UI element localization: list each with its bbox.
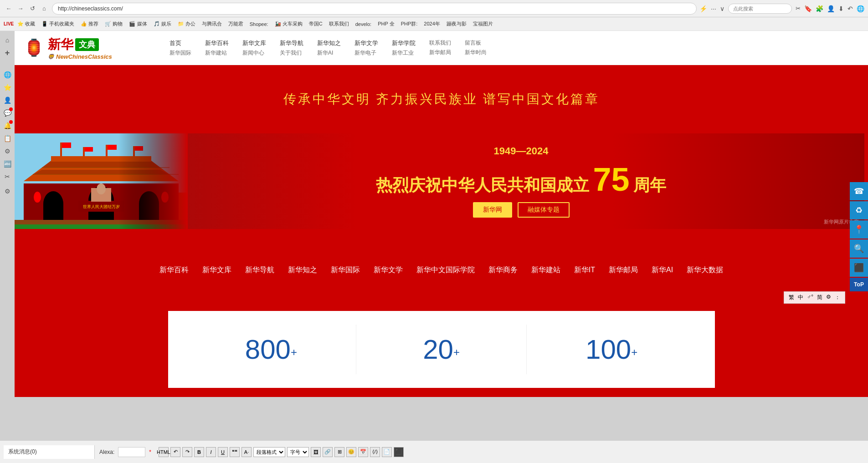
float-phone-btn[interactable]: ☎ (850, 182, 868, 200)
float-location-btn[interactable]: 📍 (850, 220, 868, 239)
editor-html-btn[interactable]: HTML (159, 447, 169, 457)
editor-fullscreen-btn[interactable]: ⬛ (394, 447, 404, 457)
editor-underline-btn[interactable]: U (218, 447, 228, 457)
red-link-zhizhi[interactable]: 新华知之 (288, 265, 317, 275)
editor-format-select[interactable]: 段落格式 (253, 447, 285, 457)
bookmark-php[interactable]: PHP 全 (375, 20, 397, 28)
bookmark-empire[interactable]: 帝国C (306, 20, 325, 28)
bookmark-contact[interactable]: 联系我们 (326, 20, 352, 28)
nav-wenxue[interactable]: 新华文学 (354, 39, 378, 47)
sidebar-scissors-icon[interactable]: ✂ (2, 171, 13, 182)
lang-fan[interactable]: 繁 (789, 294, 794, 301)
lang-zhong[interactable]: 中 (798, 294, 803, 301)
nav-xueyuan[interactable]: 新华学院 (392, 39, 416, 47)
red-link-daohang[interactable]: 新华导航 (245, 265, 274, 275)
editor-color-btn[interactable]: A· (241, 447, 252, 457)
refresh-button[interactable]: ↺ (27, 4, 37, 14)
sidebar-settings-icon[interactable]: ⚙ (2, 186, 13, 197)
extension2-icon[interactable]: 🧩 (816, 5, 823, 12)
bookmark-night[interactable]: 蹦夜与影 (444, 20, 469, 28)
sidebar-home-icon[interactable]: ⌂ (2, 35, 13, 46)
nav-jian[interactable]: 新华建站 (205, 49, 229, 57)
sidebar-notification-icon[interactable]: 🔔 (2, 120, 13, 131)
editor-redo-btn[interactable]: ↷ (182, 447, 192, 457)
bookmark-develop[interactable]: develo: (353, 20, 374, 28)
editor-img-btn[interactable]: 🖼 (311, 447, 321, 457)
profile-icon[interactable]: 🌐 (857, 5, 864, 12)
sidebar-translate2-icon[interactable]: 🔤 (2, 158, 13, 169)
search-input[interactable] (728, 4, 792, 14)
nav-gongye[interactable]: 新华工业 (392, 49, 416, 57)
banner-btn2[interactable]: 融媒体专题 (518, 202, 570, 218)
sidebar-clipboard-icon[interactable]: 📋 (2, 133, 13, 144)
red-link-ai[interactable]: 新华AI (652, 265, 673, 275)
userface-icon[interactable]: 👤 (827, 5, 835, 12)
nav-zhizhi[interactable]: 新华知之 (317, 39, 341, 47)
nav-nav[interactable]: 新华导航 (280, 39, 303, 47)
red-link-baike[interactable]: 新华百科 (159, 265, 189, 275)
float-top-btn[interactable]: ToP (850, 278, 868, 291)
red-link-it[interactable]: 新华IT (574, 265, 595, 275)
red-link-xueyuan[interactable]: 新华中文国际学院 (416, 265, 475, 275)
back-button[interactable]: ← (4, 4, 14, 14)
editor-table-btn[interactable]: ⊞ (334, 447, 344, 457)
red-link-wenxue[interactable]: 新华文学 (374, 265, 403, 275)
sidebar-user-icon[interactable]: 👤 (2, 95, 13, 106)
nav-liuyan[interactable]: 留言板 (465, 39, 487, 47)
lang-jian[interactable]: 简 (817, 294, 822, 301)
nav-baike[interactable]: 新华百科 (205, 39, 229, 47)
float-qr-btn[interactable]: ⬛ (850, 259, 868, 277)
bookmark-train[interactable]: 🚂 火车采购 (272, 20, 305, 28)
nav-about[interactable]: 关于我们 (280, 49, 303, 57)
red-link-guoji[interactable]: 新华国际 (331, 265, 360, 275)
bookmark-2024[interactable]: 2024年 (421, 20, 442, 28)
bookmark-phpgroup[interactable]: PHP群: (398, 20, 421, 28)
editor-code-btn[interactable]: ⟨/⟩ (370, 447, 380, 457)
float-share-btn[interactable]: ♻ (850, 201, 868, 219)
bookmark-favorites[interactable]: ⭐ 收藏 (15, 20, 38, 28)
editor-bold-btn[interactable]: B (194, 447, 204, 457)
bookmark-mobile[interactable]: 📱 手机收藏夹 (39, 20, 77, 28)
red-link-shangwu[interactable]: 新华商务 (488, 265, 518, 275)
nav-youju[interactable]: 新华邮局 (429, 49, 451, 56)
download-icon[interactable]: ⬇ (838, 5, 844, 12)
sidebar-translate-icon[interactable]: 🌐 (2, 69, 13, 80)
nav-home[interactable]: 首页 (169, 39, 191, 47)
bookmark-media[interactable]: 🎬 媒体 (126, 20, 149, 28)
red-link-jianzhan[interactable]: 新华建站 (531, 265, 560, 275)
undo-icon[interactable]: ↶ (847, 5, 853, 12)
editor-source-btn[interactable]: 📄 (382, 447, 392, 457)
bookmark-wanneng[interactable]: 万能君 (226, 20, 246, 28)
bookmark-tencent[interactable]: 与腾讯合 (199, 20, 225, 28)
editor-emoji-btn[interactable]: 😊 (346, 447, 356, 457)
settings-gear-icon[interactable]: ⚙ (826, 294, 831, 301)
editor-italic-btn[interactable]: I (206, 447, 216, 457)
bookmark-office[interactable]: 📁 办公 (175, 20, 198, 28)
red-link-dashuju[interactable]: 新华大数据 (687, 265, 723, 275)
nav-lianxi[interactable]: 联系我们 (429, 39, 451, 47)
expand-icon[interactable]: ∨ (720, 5, 724, 12)
float-search-btn[interactable]: 🔍 (850, 239, 868, 258)
bookmark-icon[interactable]: 🔖 (804, 5, 812, 12)
alexa-input[interactable] (118, 447, 145, 457)
sidebar-message-icon[interactable]: 💬 (2, 107, 13, 118)
bookmark-shop[interactable]: 🛒 购物 (102, 20, 125, 28)
nav-shishang[interactable]: 新华时尚 (465, 49, 487, 56)
bookmark-recommend[interactable]: 👍 推荐 (78, 20, 101, 28)
red-link-wenku[interactable]: 新华文库 (202, 265, 231, 275)
extension-icon[interactable]: ⚡ (699, 5, 707, 12)
editor-undo-btn[interactable]: ↶ (170, 447, 180, 457)
nav-news[interactable]: 新闻中心 (242, 49, 266, 57)
home-button[interactable]: ⌂ (39, 4, 49, 14)
address-bar[interactable]: http://chineseclassics.com/ (52, 3, 697, 15)
editor-size-select[interactable]: 字号 (287, 447, 309, 457)
editor-link-btn[interactable]: 🔗 (323, 447, 333, 457)
nav-ai[interactable]: 新华AI (317, 49, 341, 57)
bottom-message-box[interactable]: 系统消息(0) (4, 445, 95, 459)
red-link-youju[interactable]: 新华邮局 (609, 265, 638, 275)
nav-wenku[interactable]: 新华文库 (242, 39, 266, 47)
forward-button[interactable]: → (15, 4, 26, 14)
sidebar-star-icon[interactable]: ⭐ (2, 82, 13, 93)
cut-icon[interactable]: ✂ (796, 5, 801, 12)
nav-dianzi[interactable]: 新华电子 (354, 49, 378, 57)
